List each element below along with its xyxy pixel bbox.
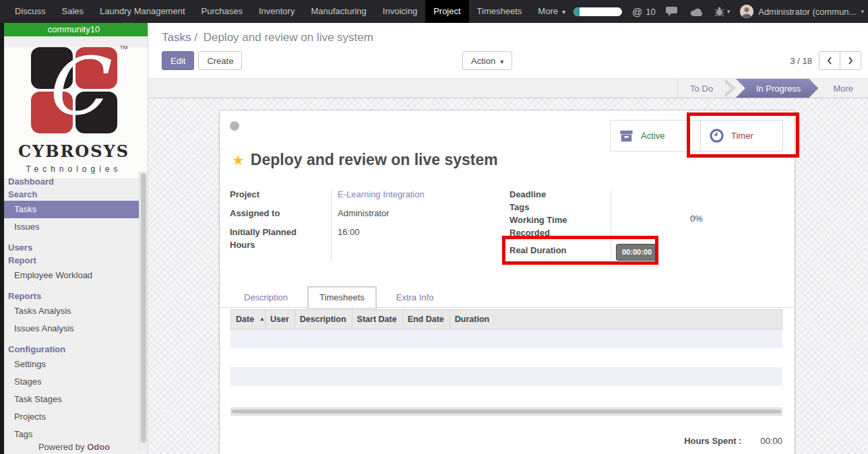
table-row[interactable] (230, 329, 782, 348)
sidebar-item[interactable]: Configuration (4, 343, 139, 356)
field-value[interactable]: Administrator (331, 207, 390, 220)
top-menubar: Discuss Sales Laundry Management Purchas… (0, 0, 868, 23)
user-name: Administrator (commun... (758, 7, 856, 17)
powered-by: Powered by Odoo (0, 442, 148, 452)
sidebar-item-label: Configuration (8, 344, 65, 354)
table-row[interactable] (230, 386, 782, 405)
notebook-tab[interactable]: Timesheets (308, 287, 376, 308)
sidebar-item[interactable]: Task Stages (4, 391, 139, 408)
notebook-tab[interactable]: Description (233, 288, 299, 307)
sidebar-item[interactable]: Stages (4, 373, 139, 391)
timer-progress-pill[interactable] (574, 7, 622, 16)
pager-previous-button[interactable] (819, 51, 840, 70)
at-icon: @ (632, 6, 642, 18)
field-row: Real Duration 00:00:00 (509, 244, 742, 261)
sidebar-scrollbar-thumb[interactable] (141, 173, 146, 443)
messages-icon[interactable] (666, 6, 679, 18)
top-menu-item[interactable]: Purchases (193, 0, 251, 23)
timer-button[interactable]: Timer (700, 120, 783, 152)
sidebar-item[interactable]: Tasks (4, 201, 139, 218)
field-value[interactable]: 16:00 (331, 226, 360, 251)
breadcrumb-parent[interactable]: Tasks (162, 31, 191, 44)
pager-buttons (819, 51, 861, 70)
form-sheet: Active Timer (219, 110, 795, 454)
horizontal-scrollbar[interactable] (230, 408, 782, 416)
column-header[interactable]: Start Date (352, 310, 403, 329)
pager-next-button[interactable] (840, 51, 861, 70)
tab-label: Description (244, 292, 288, 302)
notebook-tab[interactable]: Extra Info (385, 288, 445, 307)
sidebar-item[interactable]: Issues Analysis (4, 320, 139, 337)
timer-button-label: Timer (731, 131, 753, 141)
sidebar-item[interactable]: Report (4, 254, 139, 267)
mention-count: 10 (646, 7, 655, 17)
task-title: Deploy and review on live system (251, 151, 498, 169)
company-logo: C TM CYBROSYS Technologies (0, 47, 148, 179)
table-row[interactable] (230, 348, 782, 367)
field-value (611, 201, 617, 214)
sidebar-item[interactable]: Settings (4, 356, 139, 373)
working-time-progress: 0% (690, 214, 703, 224)
favorite-star-icon[interactable] (232, 152, 245, 168)
user-avatar (740, 5, 753, 18)
clock-icon (709, 128, 724, 143)
top-menu-item[interactable]: Inventory (251, 0, 303, 23)
top-menu-item[interactable]: Timesheets (469, 0, 530, 23)
pager: 3 / 18 (790, 51, 861, 70)
top-menu-item[interactable]: More (530, 0, 574, 24)
sidebar-item[interactable]: Reports (4, 290, 139, 302)
kanban-state-dot[interactable] (230, 121, 239, 131)
sidebar-item-label: Dashboard (8, 176, 54, 187)
top-menu-item[interactable]: Sales (54, 0, 92, 23)
top-menu-item[interactable]: Project (425, 0, 468, 23)
cloud-sync-icon[interactable] (689, 7, 704, 17)
column-header[interactable]: Description (295, 310, 352, 329)
sidebar: community10 C TM CYBROSYS Technologies D… (0, 23, 148, 454)
tab-label: Extra Info (396, 292, 434, 302)
field-value: 00:00:00 (611, 244, 658, 261)
user-menu[interactable]: Administrator (commun... (740, 5, 864, 18)
sidebar-item[interactable]: Dashboard (4, 175, 139, 188)
top-menu-item[interactable]: Laundry Management (92, 0, 193, 23)
horizontal-scrollbar-thumb[interactable] (232, 410, 781, 414)
sidebar-item[interactable]: Tags (4, 426, 139, 443)
column-label: End Date (408, 315, 444, 324)
sidebar-item-label: Reports (8, 291, 41, 301)
field-group-left: Project E-Learning Integration Assigned … (230, 188, 462, 261)
sidebar-item[interactable]: Employee Workload (4, 267, 139, 284)
top-menu-item[interactable]: Discuss (7, 0, 54, 23)
sidebar-item[interactable]: Projects (4, 408, 139, 426)
stage[interactable]: To Do (677, 79, 725, 98)
column-header[interactable]: User (266, 310, 295, 329)
column-header[interactable]: End Date (403, 310, 450, 329)
systray: @ 10 Administrator (commun... (574, 5, 868, 18)
column-header[interactable]: Date▲ (231, 310, 266, 329)
stage[interactable]: In Progress (736, 79, 818, 98)
stage[interactable]: More (817, 79, 868, 98)
sidebar-item[interactable]: Search (4, 188, 139, 201)
sidebar-item[interactable]: Users (4, 241, 139, 254)
column-header[interactable]: Duration (450, 310, 495, 329)
field-row: Assigned to Administrator (230, 207, 462, 220)
top-menu-item[interactable]: Invoicing (375, 0, 425, 23)
archive-box-icon (619, 129, 634, 143)
stage[interactable] (725, 79, 736, 98)
edit-button[interactable]: Edit (162, 51, 194, 70)
active-button-label: Active (641, 131, 664, 141)
sidebar-item[interactable]: Issues (4, 218, 139, 236)
sidebar-scrollbar[interactable] (139, 172, 147, 449)
hours-spent-row: Hours Spent : 00:00 (230, 436, 782, 446)
active-toggle-button[interactable]: Active (610, 120, 701, 152)
field-label: Tags (509, 201, 611, 214)
stage-label: To Do (690, 84, 713, 94)
sidebar-item[interactable]: Tasks Analysis (4, 302, 139, 320)
create-button[interactable]: Create (198, 51, 242, 70)
mentions-counter[interactable]: @ 10 (632, 6, 656, 18)
column-label: Duration (455, 315, 489, 324)
table-row[interactable] (230, 367, 782, 386)
action-dropdown-button[interactable]: Action (462, 51, 512, 70)
top-menu-item[interactable]: Manufacturing (303, 0, 374, 23)
stage-statusbar: To Do In Progress More (148, 78, 868, 98)
field-value[interactable]: E-Learning Integration (331, 188, 425, 201)
debug-bug-icon[interactable] (714, 6, 731, 17)
